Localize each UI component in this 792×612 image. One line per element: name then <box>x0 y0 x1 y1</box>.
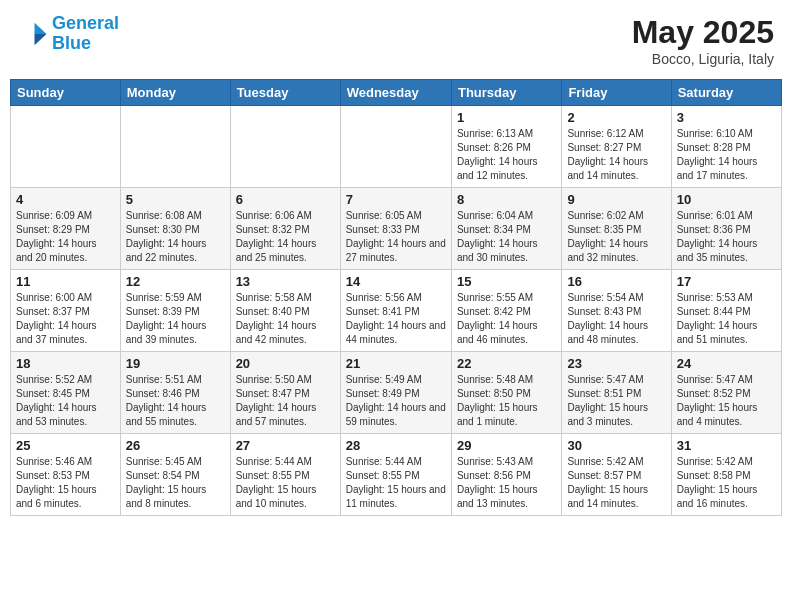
calendar-cell: 14Sunrise: 5:56 AM Sunset: 8:41 PM Dayli… <box>340 270 451 352</box>
calendar-cell: 15Sunrise: 5:55 AM Sunset: 8:42 PM Dayli… <box>451 270 561 352</box>
day-info: Sunrise: 5:58 AM Sunset: 8:40 PM Dayligh… <box>236 291 335 347</box>
calendar-cell: 30Sunrise: 5:42 AM Sunset: 8:57 PM Dayli… <box>562 434 671 516</box>
calendar-cell: 16Sunrise: 5:54 AM Sunset: 8:43 PM Dayli… <box>562 270 671 352</box>
day-info: Sunrise: 6:10 AM Sunset: 8:28 PM Dayligh… <box>677 127 776 183</box>
day-info: Sunrise: 5:50 AM Sunset: 8:47 PM Dayligh… <box>236 373 335 429</box>
day-info: Sunrise: 5:44 AM Sunset: 8:55 PM Dayligh… <box>346 455 446 511</box>
weekday-header: Saturday <box>671 80 781 106</box>
day-number: 14 <box>346 274 446 289</box>
day-info: Sunrise: 5:47 AM Sunset: 8:51 PM Dayligh… <box>567 373 665 429</box>
day-number: 18 <box>16 356 115 371</box>
calendar-cell: 29Sunrise: 5:43 AM Sunset: 8:56 PM Dayli… <box>451 434 561 516</box>
day-number: 7 <box>346 192 446 207</box>
calendar-cell: 5Sunrise: 6:08 AM Sunset: 8:30 PM Daylig… <box>120 188 230 270</box>
weekday-header: Thursday <box>451 80 561 106</box>
day-info: Sunrise: 5:42 AM Sunset: 8:57 PM Dayligh… <box>567 455 665 511</box>
calendar-week-row: 11Sunrise: 6:00 AM Sunset: 8:37 PM Dayli… <box>11 270 782 352</box>
day-info: Sunrise: 6:06 AM Sunset: 8:32 PM Dayligh… <box>236 209 335 265</box>
day-info: Sunrise: 6:02 AM Sunset: 8:35 PM Dayligh… <box>567 209 665 265</box>
day-number: 5 <box>126 192 225 207</box>
day-info: Sunrise: 5:54 AM Sunset: 8:43 PM Dayligh… <box>567 291 665 347</box>
day-info: Sunrise: 5:53 AM Sunset: 8:44 PM Dayligh… <box>677 291 776 347</box>
day-number: 2 <box>567 110 665 125</box>
day-number: 17 <box>677 274 776 289</box>
svg-marker-0 <box>35 23 47 34</box>
day-info: Sunrise: 5:56 AM Sunset: 8:41 PM Dayligh… <box>346 291 446 347</box>
logo-text: General Blue <box>52 14 119 54</box>
day-info: Sunrise: 6:09 AM Sunset: 8:29 PM Dayligh… <box>16 209 115 265</box>
calendar-cell: 12Sunrise: 5:59 AM Sunset: 8:39 PM Dayli… <box>120 270 230 352</box>
day-info: Sunrise: 6:00 AM Sunset: 8:37 PM Dayligh… <box>16 291 115 347</box>
calendar-cell: 8Sunrise: 6:04 AM Sunset: 8:34 PM Daylig… <box>451 188 561 270</box>
day-info: Sunrise: 5:46 AM Sunset: 8:53 PM Dayligh… <box>16 455 115 511</box>
month-title: May 2025 <box>632 14 774 51</box>
day-number: 21 <box>346 356 446 371</box>
day-number: 31 <box>677 438 776 453</box>
logo-line1: General <box>52 13 119 33</box>
calendar-week-row: 18Sunrise: 5:52 AM Sunset: 8:45 PM Dayli… <box>11 352 782 434</box>
day-info: Sunrise: 6:12 AM Sunset: 8:27 PM Dayligh… <box>567 127 665 183</box>
day-number: 28 <box>346 438 446 453</box>
day-number: 27 <box>236 438 335 453</box>
day-number: 29 <box>457 438 556 453</box>
day-info: Sunrise: 5:48 AM Sunset: 8:50 PM Dayligh… <box>457 373 556 429</box>
day-info: Sunrise: 6:01 AM Sunset: 8:36 PM Dayligh… <box>677 209 776 265</box>
calendar-cell: 4Sunrise: 6:09 AM Sunset: 8:29 PM Daylig… <box>11 188 121 270</box>
day-info: Sunrise: 5:43 AM Sunset: 8:56 PM Dayligh… <box>457 455 556 511</box>
calendar-cell: 24Sunrise: 5:47 AM Sunset: 8:52 PM Dayli… <box>671 352 781 434</box>
day-info: Sunrise: 5:45 AM Sunset: 8:54 PM Dayligh… <box>126 455 225 511</box>
calendar-cell: 28Sunrise: 5:44 AM Sunset: 8:55 PM Dayli… <box>340 434 451 516</box>
svg-marker-1 <box>35 34 47 45</box>
day-number: 25 <box>16 438 115 453</box>
day-number: 16 <box>567 274 665 289</box>
calendar-cell: 17Sunrise: 5:53 AM Sunset: 8:44 PM Dayli… <box>671 270 781 352</box>
day-info: Sunrise: 5:42 AM Sunset: 8:58 PM Dayligh… <box>677 455 776 511</box>
calendar-cell <box>340 106 451 188</box>
weekday-header: Sunday <box>11 80 121 106</box>
day-number: 6 <box>236 192 335 207</box>
calendar-cell <box>230 106 340 188</box>
day-number: 20 <box>236 356 335 371</box>
calendar-week-row: 4Sunrise: 6:09 AM Sunset: 8:29 PM Daylig… <box>11 188 782 270</box>
day-info: Sunrise: 5:51 AM Sunset: 8:46 PM Dayligh… <box>126 373 225 429</box>
logo: General Blue <box>18 14 119 54</box>
day-number: 12 <box>126 274 225 289</box>
day-info: Sunrise: 5:59 AM Sunset: 8:39 PM Dayligh… <box>126 291 225 347</box>
calendar-cell <box>11 106 121 188</box>
day-info: Sunrise: 5:44 AM Sunset: 8:55 PM Dayligh… <box>236 455 335 511</box>
day-number: 11 <box>16 274 115 289</box>
day-info: Sunrise: 5:52 AM Sunset: 8:45 PM Dayligh… <box>16 373 115 429</box>
day-number: 26 <box>126 438 225 453</box>
calendar-cell: 26Sunrise: 5:45 AM Sunset: 8:54 PM Dayli… <box>120 434 230 516</box>
calendar-cell: 18Sunrise: 5:52 AM Sunset: 8:45 PM Dayli… <box>11 352 121 434</box>
calendar-table: SundayMondayTuesdayWednesdayThursdayFrid… <box>10 79 782 516</box>
weekday-header: Wednesday <box>340 80 451 106</box>
day-info: Sunrise: 6:05 AM Sunset: 8:33 PM Dayligh… <box>346 209 446 265</box>
day-number: 22 <box>457 356 556 371</box>
calendar-cell: 7Sunrise: 6:05 AM Sunset: 8:33 PM Daylig… <box>340 188 451 270</box>
day-number: 23 <box>567 356 665 371</box>
day-number: 24 <box>677 356 776 371</box>
day-number: 13 <box>236 274 335 289</box>
day-number: 9 <box>567 192 665 207</box>
day-info: Sunrise: 6:04 AM Sunset: 8:34 PM Dayligh… <box>457 209 556 265</box>
logo-icon <box>18 19 48 49</box>
location-title: Bocco, Liguria, Italy <box>632 51 774 67</box>
calendar-header-row: SundayMondayTuesdayWednesdayThursdayFrid… <box>11 80 782 106</box>
day-number: 1 <box>457 110 556 125</box>
day-number: 15 <box>457 274 556 289</box>
day-info: Sunrise: 5:49 AM Sunset: 8:49 PM Dayligh… <box>346 373 446 429</box>
calendar-cell: 27Sunrise: 5:44 AM Sunset: 8:55 PM Dayli… <box>230 434 340 516</box>
day-info: Sunrise: 6:13 AM Sunset: 8:26 PM Dayligh… <box>457 127 556 183</box>
calendar-cell: 21Sunrise: 5:49 AM Sunset: 8:49 PM Dayli… <box>340 352 451 434</box>
day-info: Sunrise: 6:08 AM Sunset: 8:30 PM Dayligh… <box>126 209 225 265</box>
calendar-cell: 19Sunrise: 5:51 AM Sunset: 8:46 PM Dayli… <box>120 352 230 434</box>
calendar-cell: 2Sunrise: 6:12 AM Sunset: 8:27 PM Daylig… <box>562 106 671 188</box>
day-number: 4 <box>16 192 115 207</box>
calendar-cell: 10Sunrise: 6:01 AM Sunset: 8:36 PM Dayli… <box>671 188 781 270</box>
title-section: May 2025 Bocco, Liguria, Italy <box>632 14 774 67</box>
day-info: Sunrise: 5:47 AM Sunset: 8:52 PM Dayligh… <box>677 373 776 429</box>
calendar-cell <box>120 106 230 188</box>
day-number: 8 <box>457 192 556 207</box>
day-number: 10 <box>677 192 776 207</box>
